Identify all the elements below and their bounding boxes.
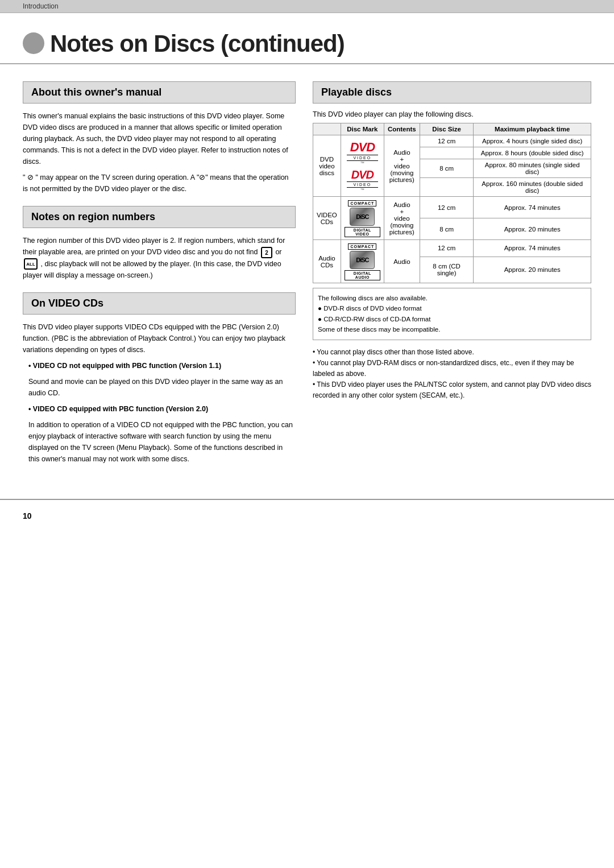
- dvd-size-8cm: 8 cm: [420, 159, 474, 178]
- region-2-icon: 2: [261, 247, 272, 258]
- tm-text-2: ™: [347, 188, 378, 192]
- tm-text-1: ™: [347, 161, 378, 165]
- dvd-time-80min: Approx. 80 minutes (single sided disc): [474, 159, 591, 178]
- video-cds-header: On VIDEO CDs: [23, 292, 296, 315]
- dvd-category: DVDvideodiscs: [313, 135, 341, 197]
- left-column: About this owner's manual This owner's m…: [23, 81, 296, 476]
- dvd-time-160min: Approx. 160 minutes (double sided disc): [474, 178, 591, 197]
- dvd-logo-1: DVD VIDEO ™: [347, 140, 378, 165]
- dvd-time-8h: Approx. 8 hours (double sided disc): [474, 147, 591, 159]
- title-icon: [23, 32, 44, 54]
- owners-manual-para2: " ⊘ " may appear on the TV screen during…: [23, 172, 296, 195]
- dvd-size-12cm: 12 cm: [420, 135, 474, 147]
- dvd-disc-mark: DVD VIDEO ™ DVD VIDEO ™: [341, 135, 384, 197]
- video-text-2: VIDEO: [347, 181, 378, 188]
- table-note-1: DVD-R discs of DVD video format: [318, 303, 586, 313]
- owners-manual-header: About this owner's manual: [23, 81, 296, 104]
- disc-body-vcd: DiSC: [350, 208, 375, 226]
- playable-discs-header: Playable discs: [313, 81, 591, 104]
- dvd-text-2: DVD: [347, 168, 378, 181]
- vcd-contents: Audio+video(movingpictures): [384, 197, 420, 240]
- col-header-disc-size: Disc Size: [420, 123, 474, 135]
- digital-video-label: DIGITAL VIDEO: [345, 227, 380, 237]
- disc-body-acd: DiSC: [350, 251, 375, 269]
- acd-category: AudioCDs: [313, 240, 341, 283]
- vcd-size-8cm: 8 cm: [420, 218, 474, 240]
- acd-time-20min: Approx. 20 minutes: [474, 257, 591, 283]
- vcd-time-74min: Approx. 74 minutes: [474, 197, 591, 218]
- video-cds-content: This DVD video player supports VIDEO CDs…: [23, 321, 296, 465]
- col-header-contents: Contents: [384, 123, 420, 135]
- pbc-v1-section: • VIDEO CD not equipped with PBC functio…: [28, 360, 296, 399]
- vcd-time-20min: Approx. 20 minutes: [474, 218, 591, 240]
- playable-discs-intro: This DVD video player can play the follo…: [313, 110, 591, 118]
- page-title: Notes on Discs (continued): [23, 30, 591, 57]
- dvd-size-12cm-2: [420, 147, 474, 159]
- acd-logo-container: COMPACT DiSC DIGITAL AUDIO: [345, 242, 380, 280]
- dvd-logo-container: DVD VIDEO ™ DVD VIDEO ™: [345, 138, 380, 194]
- dvd-size-8cm-2: [420, 178, 474, 197]
- vcd-logo-container: COMPACT DiSC DIGITAL VIDEO: [345, 199, 380, 237]
- bottom-note-3: This DVD video player uses the PAL/NTSC …: [313, 379, 591, 401]
- compact-label-audio: COMPACT: [348, 243, 376, 250]
- top-bar: Introduction: [0, 0, 614, 13]
- pbc-v2-text: In addition to operation of a VIDEO CD n…: [28, 419, 296, 465]
- table-note-3: Some of these discs may be incompatible.: [318, 324, 586, 334]
- pbc-v1-text: Sound and movie can be played on this DV…: [28, 376, 296, 399]
- dvd-row-1: DVDvideodiscs DVD VIDEO ™ DVD: [313, 135, 591, 147]
- pbc-v2-title: • VIDEO CD equipped with PBC function (V…: [28, 403, 296, 415]
- acd-contents: Audio: [384, 240, 420, 283]
- section-label: Introduction: [23, 2, 59, 10]
- main-content: About this owner's manual This owner's m…: [0, 81, 614, 476]
- table-note-0: The following discs are also available.: [318, 293, 586, 303]
- vcd-disc-mark: COMPACT DiSC DIGITAL VIDEO: [341, 197, 384, 240]
- video-text-1: VIDEO: [347, 155, 378, 161]
- page-number: 10: [23, 511, 32, 520]
- dvd-contents: Audio+video(movingpictures): [384, 135, 420, 197]
- bottom-notes: You cannot play discs other than those l…: [313, 347, 591, 402]
- acd-size-8cm: 8 cm (CD single): [420, 257, 474, 283]
- pbc-v1-title: • VIDEO CD not equipped with PBC functio…: [28, 360, 296, 371]
- compact-label: COMPACT: [348, 200, 376, 206]
- vcd-category: VIDEOCDs: [313, 197, 341, 240]
- col-header-empty: [313, 123, 341, 135]
- all-icon: ALL: [24, 258, 38, 270]
- col-header-disc-mark: Disc Mark: [341, 123, 384, 135]
- disc-table: Disc Mark Contents Disc Size Maximum pla…: [313, 123, 591, 283]
- page-number-area: 10: [0, 499, 614, 532]
- page-title-area: Notes on Discs (continued): [0, 13, 614, 64]
- vcd-row-1: VIDEOCDs COMPACT DiSC DIGITAL VIDEO Audi…: [313, 197, 591, 218]
- right-column: Playable discs This DVD video player can…: [313, 81, 591, 476]
- dvd-logo-2: DVD VIDEO ™: [347, 168, 378, 192]
- owners-manual-content: This owner's manual explains the basic i…: [23, 110, 296, 195]
- acd-row-1: AudioCDs COMPACT DiSC DIGITAL AUDIO Audi…: [313, 240, 591, 257]
- dvd-text-1: DVD: [347, 140, 378, 155]
- dvd-time-4h: Approx. 4 hours (single sided disc): [474, 135, 591, 147]
- region-numbers-header: Notes on region numbers: [23, 206, 296, 228]
- acd-disc-mark: COMPACT DiSC DIGITAL AUDIO: [341, 240, 384, 283]
- table-notes: The following discs are also available. …: [313, 288, 591, 340]
- table-note-2: CD-R/CD-RW discs of CD-DA format: [318, 314, 586, 324]
- region-numbers-content: The region number of this DVD video play…: [23, 235, 296, 281]
- col-header-max-time: Maximum playback time: [474, 123, 591, 135]
- region-numbers-para: The region number of this DVD video play…: [23, 235, 296, 281]
- bottom-note-1: You cannot play discs other than those l…: [313, 347, 591, 358]
- owners-manual-para1: This owner's manual explains the basic i…: [23, 110, 296, 167]
- pbc-v2-section: • VIDEO CD equipped with PBC function (V…: [28, 403, 296, 465]
- digital-audio-label: DIGITAL AUDIO: [345, 270, 380, 280]
- video-cds-intro: This DVD video player supports VIDEO CDs…: [23, 321, 296, 356]
- bottom-note-2: You cannot play DVD-RAM discs or non-sta…: [313, 358, 591, 379]
- acd-size-12cm: 12 cm: [420, 240, 474, 257]
- vcd-size-12cm: 12 cm: [420, 197, 474, 218]
- acd-time-74min: Approx. 74 minutes: [474, 240, 591, 257]
